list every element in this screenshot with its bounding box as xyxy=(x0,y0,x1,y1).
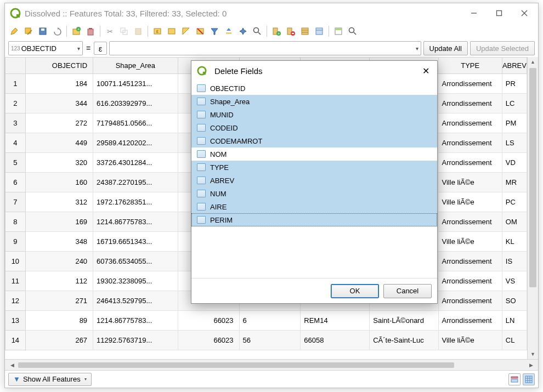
cell[interactable]: 6 xyxy=(239,311,301,331)
cell[interactable]: VD xyxy=(502,153,527,173)
expression-builder-button[interactable]: ε xyxy=(94,42,107,55)
close-button[interactable] xyxy=(512,4,537,22)
column-header[interactable]: Shape_Area xyxy=(93,58,178,74)
cell[interactable]: Arrondissement xyxy=(438,133,502,153)
minimize-button[interactable] xyxy=(461,4,487,22)
move-top-icon[interactable] xyxy=(223,25,235,37)
cell[interactable]: 272 xyxy=(25,113,93,133)
cell[interactable]: 312 xyxy=(25,192,93,212)
table-view-button[interactable] xyxy=(523,373,535,385)
row-header[interactable]: 1 xyxy=(5,74,26,94)
field-item[interactable]: NOM xyxy=(191,147,437,161)
expression-input[interactable]: ▾ xyxy=(109,41,421,55)
cell[interactable]: Ville liÃ©e xyxy=(438,331,502,350)
cell[interactable]: PC xyxy=(502,192,527,212)
scrollbar-thumb[interactable] xyxy=(18,362,454,368)
conditional-format-icon[interactable] xyxy=(332,25,344,37)
cell[interactable]: 19302.3238095... xyxy=(93,271,178,291)
field-item[interactable]: CODEID xyxy=(191,121,437,134)
cell[interactable]: Arrondissement xyxy=(438,94,502,113)
row-header[interactable]: 5 xyxy=(5,153,26,173)
field-item[interactable]: TYPE xyxy=(191,161,437,174)
cell[interactable]: 89 xyxy=(25,311,93,331)
delete-field-icon[interactable] xyxy=(285,25,297,37)
cell[interactable]: 1972.17628351... xyxy=(93,192,178,212)
cell[interactable]: 1214.86775783... xyxy=(93,212,178,232)
cell[interactable]: 184 xyxy=(25,74,93,94)
show-all-features-button[interactable]: ▼ Show All Features ▾ xyxy=(8,373,92,386)
cell[interactable]: 66023 xyxy=(178,331,239,350)
cell[interactable]: 71794851.0566... xyxy=(93,113,178,133)
maximize-button[interactable] xyxy=(487,4,512,22)
cell[interactable]: 320 xyxy=(25,153,93,173)
cell[interactable]: PR xyxy=(502,74,527,94)
cell[interactable]: 344 xyxy=(25,94,93,113)
field-picker[interactable]: 123 OBJECTID ▾ xyxy=(8,41,83,55)
cell[interactable]: 348 xyxy=(25,232,93,252)
row-header[interactable]: 4 xyxy=(5,133,26,153)
deselect-icon[interactable] xyxy=(194,25,206,37)
row-header[interactable]: 10 xyxy=(5,252,26,271)
cell[interactable]: PM xyxy=(502,113,527,133)
save-edits-icon[interactable] xyxy=(37,25,49,37)
cell[interactable]: 16719.6651343... xyxy=(93,232,178,252)
actions-icon[interactable] xyxy=(347,25,359,37)
row-header[interactable]: 6 xyxy=(5,173,26,192)
cell[interactable]: Ville liÃ©e xyxy=(438,173,502,192)
cell[interactable]: Arrondissement xyxy=(438,311,502,331)
field-item[interactable]: ABREV xyxy=(191,174,437,187)
cell[interactable]: 1214.86775783... xyxy=(93,311,178,331)
cell[interactable]: Arrondissement xyxy=(438,113,502,133)
scroll-right-icon[interactable]: ▶ xyxy=(526,362,536,368)
row-header[interactable]: 13 xyxy=(5,311,26,331)
filter-selection-icon[interactable] xyxy=(208,25,220,37)
field-item[interactable]: PERIM xyxy=(191,213,437,226)
cell[interactable]: 160 xyxy=(25,173,93,192)
row-header[interactable]: 7 xyxy=(5,192,26,212)
row-header[interactable]: 9 xyxy=(5,232,26,252)
cell[interactable]: Saint-LÃ©onard xyxy=(370,311,438,331)
cell[interactable]: IS xyxy=(502,252,527,271)
cell[interactable]: 60736.6534055... xyxy=(93,252,178,271)
cell[interactable]: OM xyxy=(502,212,527,232)
cell[interactable]: 267 xyxy=(25,331,93,350)
cell[interactable]: Arrondissement xyxy=(438,153,502,173)
cell[interactable]: REM14 xyxy=(301,311,370,331)
toggle-edit-icon[interactable] xyxy=(8,25,20,37)
cell[interactable]: KL xyxy=(502,232,527,252)
cell[interactable]: 56 xyxy=(239,331,301,350)
dialog-close-button[interactable]: ✕ xyxy=(419,65,433,77)
cell[interactable]: 240 xyxy=(25,252,93,271)
vertical-scrollbar[interactable]: ▲ ▼ xyxy=(527,57,538,359)
invert-selection-icon[interactable] xyxy=(180,25,192,37)
cell[interactable]: SO xyxy=(502,291,527,311)
scroll-down-icon[interactable]: ▼ xyxy=(528,349,538,359)
organize-columns-icon[interactable] xyxy=(299,25,311,37)
row-header[interactable]: 11 xyxy=(5,271,26,291)
corner-cell[interactable] xyxy=(5,58,26,74)
reload-icon[interactable] xyxy=(51,25,63,37)
cell[interactable]: VS xyxy=(502,271,527,291)
row-header[interactable]: 8 xyxy=(5,212,26,232)
column-header[interactable]: OBJECTID xyxy=(25,58,93,74)
form-view-button[interactable] xyxy=(508,373,521,385)
cell[interactable]: 616.203392979... xyxy=(93,94,178,113)
paste-icon[interactable] xyxy=(132,25,144,37)
field-item[interactable]: MUNID xyxy=(191,108,437,121)
field-item[interactable]: OBJECTID xyxy=(191,82,437,95)
column-header[interactable]: ABREV xyxy=(502,58,527,74)
cell[interactable]: Arrondissement xyxy=(438,271,502,291)
row-header[interactable]: 2 xyxy=(5,94,26,113)
cell[interactable]: 271 xyxy=(25,291,93,311)
field-item[interactable]: CODEMAMROT xyxy=(191,134,437,147)
cell[interactable]: Arrondissement xyxy=(438,212,502,232)
cell[interactable]: Arrondissement xyxy=(438,74,502,94)
select-expression-icon[interactable]: ε xyxy=(151,25,163,37)
cell[interactable]: LC xyxy=(502,94,527,113)
multi-edit-icon[interactable] xyxy=(22,25,35,37)
cell[interactable]: 449 xyxy=(25,133,93,153)
cancel-button[interactable]: Cancel xyxy=(383,284,432,298)
scroll-up-icon[interactable]: ▲ xyxy=(528,57,538,67)
scroll-left-icon[interactable]: ◀ xyxy=(7,362,17,368)
horizontal-scrollbar[interactable]: ◀ ▶ xyxy=(5,359,538,370)
